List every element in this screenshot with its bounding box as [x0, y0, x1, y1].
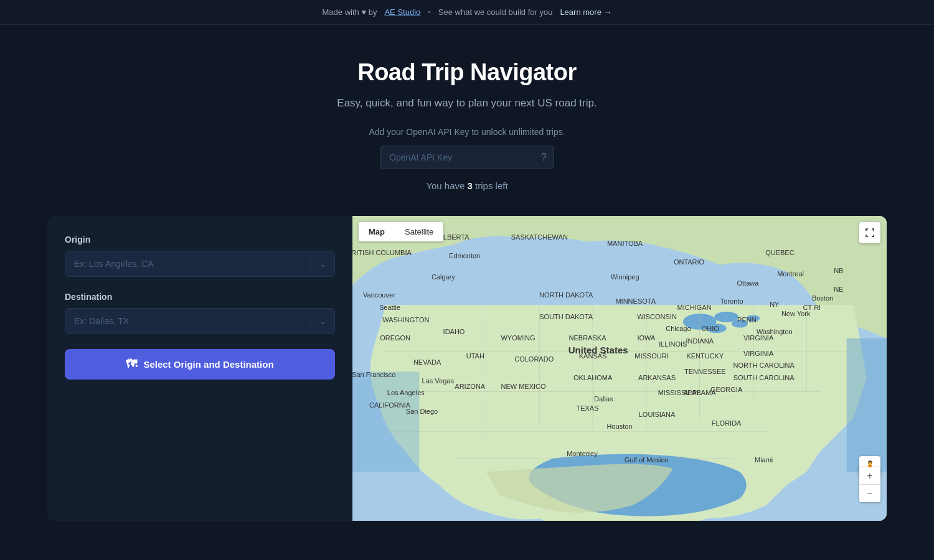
trips-left-prefix: You have [426, 180, 465, 191]
ae-studio-link[interactable]: AE Studio [384, 7, 420, 17]
fullscreen-button[interactable] [859, 222, 880, 243]
hero-subtitle: Easy, quick, and fun way to plan your ne… [12, 97, 922, 110]
destination-label: Destination [65, 292, 335, 302]
destination-divider [311, 313, 311, 329]
map-background: ALBERTABRITISH COLUMBIASASKATCHEWANMANIT… [352, 216, 887, 521]
trips-left-text: You have 3 trips left [12, 180, 922, 191]
page-title: Road Trip Navigator [12, 59, 922, 86]
map-icon: 🗺 [126, 358, 137, 371]
api-hint: Add your OpenAI API Key to unlock unlimi… [12, 127, 922, 137]
dot-separator: • [428, 7, 431, 17]
map-area: ALBERTABRITISH COLUMBIASASKATCHEWANMANIT… [352, 216, 887, 521]
origin-input[interactable] [65, 251, 335, 277]
see-text: See what we could build for you [438, 7, 553, 17]
hero-section: Road Trip Navigator Easy, quick, and fun… [0, 25, 934, 216]
svg-point-4 [732, 320, 748, 328]
made-with-text: Made with ♥ by [323, 7, 377, 17]
api-key-input[interactable] [380, 146, 554, 169]
help-icon[interactable]: ? [541, 152, 547, 163]
destination-input[interactable] [65, 308, 335, 334]
map-tabs: Map Satellite [359, 222, 443, 241]
svg-point-3 [706, 324, 726, 333]
trips-left-count: 3 [468, 180, 473, 191]
destination-input-wrapper: ⌄ [65, 308, 335, 334]
trips-left-suffix: trips left [475, 180, 508, 191]
zoom-in-button[interactable]: + [859, 467, 880, 485]
origin-divider [311, 256, 311, 272]
left-panel: Origin ⌄ Destination ⌄ 🗺 Select Origin a… [47, 216, 352, 521]
map-svg [352, 216, 887, 521]
main-content: Origin ⌄ Destination ⌄ 🗺 Select Origin a… [47, 216, 887, 521]
api-key-container: ? [380, 146, 554, 169]
tab-map[interactable]: Map [359, 222, 395, 241]
select-origin-destination-button[interactable]: 🗺 Select Origin and Destination [65, 349, 335, 380]
origin-input-wrapper: ⌄ [65, 251, 335, 277]
zoom-controls: + − [859, 467, 880, 502]
tab-satellite[interactable]: Satellite [395, 222, 443, 241]
top-banner: Made with ♥ by AE Studio • See what we c… [0, 0, 934, 25]
learn-more-link[interactable]: Learn more → [560, 7, 611, 17]
svg-rect-7 [847, 338, 887, 472]
svg-rect-6 [352, 371, 419, 472]
api-key-wrapper: ? [12, 146, 922, 169]
origin-label: Origin [65, 235, 335, 245]
select-btn-label: Select Origin and Destination [143, 359, 273, 370]
zoom-out-button[interactable]: − [859, 485, 880, 502]
